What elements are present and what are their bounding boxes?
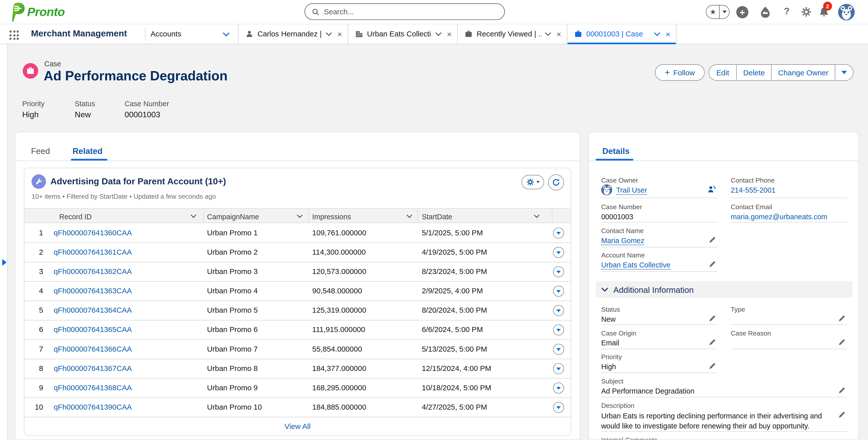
case-owner-link[interactable]: Trail User	[616, 186, 647, 194]
refresh-button[interactable]	[548, 174, 564, 190]
row-actions-button[interactable]	[553, 227, 564, 239]
campaign-name-cell: Urban Promo 2	[207, 248, 258, 256]
edit-pencil-icon[interactable]	[709, 314, 716, 322]
gear-icon	[526, 178, 534, 186]
row-actions-button[interactable]	[553, 305, 564, 316]
record-id-link[interactable]: qFh000007641365CAA	[54, 325, 132, 334]
close-icon[interactable]: ×	[447, 30, 452, 38]
chevron-down-icon[interactable]	[222, 32, 230, 37]
field-case-reason: Case Reason	[731, 329, 847, 349]
caret-down-icon	[841, 71, 847, 74]
row-actions-button[interactable]	[553, 324, 564, 336]
field-case-origin: Case Origin Email	[601, 329, 718, 349]
row-number: 9	[24, 383, 43, 392]
record-id-link[interactable]: qFh000007641364CAA	[54, 306, 132, 314]
contact-phone-link[interactable]: 214-555-2001	[731, 186, 775, 194]
nav-tab-contact[interactable]: Carlos Hernandez |... ×	[238, 24, 348, 44]
contact-name-link[interactable]: Maria Gomez	[601, 236, 645, 245]
related-list-title[interactable]: Advertising Data for Parent Account (10+…	[51, 177, 226, 187]
pronto-logo-icon	[10, 2, 25, 22]
close-icon[interactable]: ×	[337, 30, 342, 38]
divider	[589, 160, 858, 161]
search-input[interactable]	[324, 7, 498, 16]
record-id-link[interactable]: qFh000007641390CAA	[54, 403, 132, 411]
row-number: 1	[24, 228, 43, 237]
app-launcher-waffle-icon[interactable]	[9, 30, 19, 40]
edit-pencil-icon[interactable]	[838, 411, 846, 418]
record-id-link[interactable]: qFh000007641360CAA	[54, 228, 132, 237]
record-id-link[interactable]: qFh000007641362CAA	[54, 268, 132, 276]
record-id-link[interactable]: qFh000007641363CAA	[54, 287, 132, 295]
row-actions-button[interactable]	[553, 344, 564, 355]
edit-pencil-icon[interactable]	[838, 314, 846, 322]
edit-button[interactable]: Edit	[709, 65, 737, 81]
trailhead-icon[interactable]	[760, 6, 771, 18]
setup-gear-icon[interactable]	[801, 6, 811, 17]
edit-pencil-icon[interactable]	[709, 362, 716, 370]
summary-field-priority: Priority High	[22, 100, 44, 119]
section-additional-information[interactable]: Additional Information	[596, 281, 853, 298]
field-contact-phone: Contact Phone 214-555-2001	[731, 177, 847, 198]
nav-tab-label: Carlos Hernandez |...	[257, 30, 322, 38]
contact-email-link[interactable]: maria.gomez@urbaneats.com	[731, 213, 827, 221]
change-owner-icon[interactable]	[708, 185, 716, 194]
edit-pencil-icon[interactable]	[709, 236, 716, 244]
expand-panel-arrow-icon[interactable]	[2, 259, 7, 266]
chevron-down-icon[interactable]	[654, 32, 660, 36]
edit-pencil-icon[interactable]	[709, 338, 716, 346]
nav-tab-recently-viewed[interactable]: Recently Viewed | ... ×	[457, 24, 567, 44]
chevron-down-icon[interactable]	[435, 32, 442, 36]
record-id-link[interactable]: qFh000007641361CAA	[54, 248, 132, 256]
column-divider	[417, 209, 418, 223]
sort-chevron-icon[interactable]	[406, 214, 412, 218]
tab-related[interactable]: Related	[72, 146, 102, 155]
close-icon[interactable]: ×	[557, 30, 561, 38]
account-name-link[interactable]: Urban Eats Collective	[601, 261, 671, 269]
sort-chevron-icon[interactable]	[297, 214, 303, 218]
field-case-owner: Case Owner Trail User	[601, 177, 718, 198]
column-header-start-date[interactable]: StartDate	[422, 213, 452, 221]
field-value: New	[75, 110, 95, 119]
close-icon[interactable]: ×	[665, 30, 670, 38]
record-id-link[interactable]: qFh000007641366CAA	[54, 345, 132, 353]
nav-tab-case-active[interactable]: 00001003 | Case ×	[567, 24, 676, 44]
sort-chevron-icon[interactable]	[534, 214, 540, 218]
record-id-link[interactable]: qFh000007641367CAA	[54, 364, 132, 372]
user-avatar[interactable]	[838, 4, 855, 20]
delete-button[interactable]: Delete	[737, 65, 772, 81]
edit-pencil-icon[interactable]	[838, 338, 846, 346]
table-body: 1 qFh000007641360CAA Urban Promo 1 109,7…	[24, 223, 570, 417]
chevron-down-icon[interactable]	[545, 32, 551, 36]
view-all-link[interactable]: View All	[285, 422, 311, 431]
favorites-button[interactable]: ★	[706, 5, 730, 19]
table-row: 9 qFh000007641368CAA Urban Promo 9 168,2…	[24, 379, 570, 398]
list-settings-button[interactable]	[521, 175, 544, 189]
column-header-campaign[interactable]: CampaignName	[207, 213, 259, 221]
edit-pencil-icon[interactable]	[709, 260, 716, 268]
table-header: Record ID CampaignName Impressions Start…	[24, 208, 570, 223]
change-owner-button[interactable]: Change Owner	[772, 65, 835, 81]
row-actions-button[interactable]	[553, 247, 564, 258]
row-actions-button[interactable]	[553, 266, 564, 277]
edit-pencil-icon[interactable]	[838, 386, 846, 394]
column-header-impressions[interactable]: Impressions	[312, 213, 351, 221]
row-actions-button[interactable]	[553, 286, 564, 296]
chevron-down-icon[interactable]	[326, 32, 332, 36]
sort-chevron-icon[interactable]	[190, 214, 196, 218]
record-id-link[interactable]: qFh000007641368CAA	[54, 383, 132, 392]
person-icon	[245, 30, 253, 38]
row-number: 10	[24, 403, 43, 411]
help-icon[interactable]: ?	[784, 6, 789, 17]
row-actions-button[interactable]	[553, 363, 564, 374]
nav-tab-accounts[interactable]: Accounts	[151, 24, 238, 44]
global-actions-button[interactable]: +	[736, 6, 748, 18]
tab-details[interactable]: Details	[602, 146, 629, 155]
follow-button[interactable]: + Follow	[655, 64, 705, 81]
more-actions-button[interactable]	[835, 65, 853, 81]
tab-feed[interactable]: Feed	[31, 146, 50, 155]
row-actions-button[interactable]	[553, 402, 564, 413]
nav-tab-account[interactable]: Urban Eats Collecti... ×	[348, 24, 457, 44]
global-search[interactable]	[304, 3, 505, 20]
column-header-record-id[interactable]: Record ID	[59, 213, 92, 221]
row-actions-button[interactable]	[553, 382, 564, 394]
